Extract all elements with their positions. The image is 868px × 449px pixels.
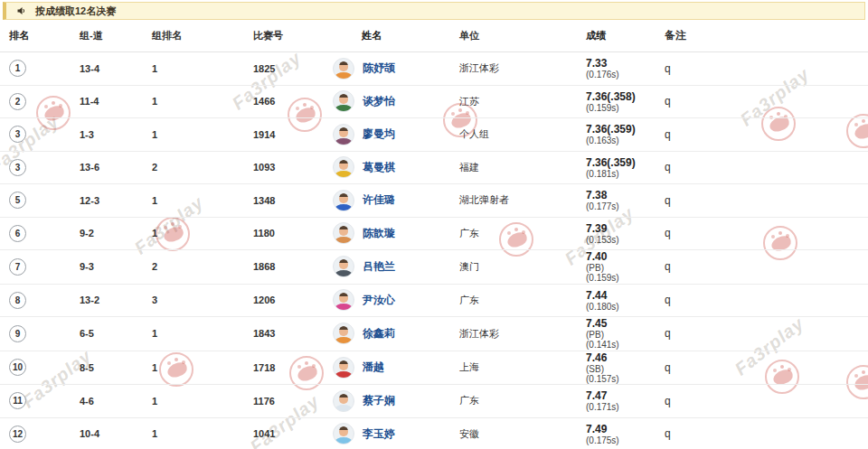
table-row: 12 10-4 1 1041 李玉婷 安徽 7.49 (0.175s) q <box>0 418 868 449</box>
rank-badge: 1 <box>9 60 26 77</box>
athlete-avatar <box>333 190 354 211</box>
avatar-shirt <box>335 138 353 145</box>
athlete-avatar <box>333 124 354 145</box>
result-cell: 7.38 (0.177s) <box>581 189 660 211</box>
result-time: 7.36(.359) <box>586 156 660 169</box>
group-rank: 1 <box>143 328 244 339</box>
athlete-name-link[interactable]: 徐鑫莉 <box>363 326 395 341</box>
group-rank: 1 <box>143 63 244 74</box>
reaction-time: (0.177s) <box>586 201 660 211</box>
avatar-head <box>339 394 348 404</box>
table-row: 5 12-3 1 1348 许佳璐 湖北弹射者 7.38 (0.177s) q <box>0 184 868 218</box>
speaker-icon <box>16 5 27 16</box>
reaction-time: (0.141s) <box>586 340 660 350</box>
athlete-name-link[interactable]: 谈梦怡 <box>363 94 395 109</box>
unit: 个人组 <box>455 127 581 141</box>
result-tag: (PB) <box>586 330 660 340</box>
group-rank: 1 <box>143 228 244 239</box>
reaction-time: (0.175s) <box>586 435 660 445</box>
avatar-shirt <box>335 371 353 379</box>
reaction-time: (0.171s) <box>586 402 660 412</box>
rank-badge: 10 <box>9 359 26 376</box>
result-time: 7.49 <box>586 423 660 435</box>
athlete-name-link[interactable]: 吕艳兰 <box>363 259 395 275</box>
athlete-name-link[interactable]: 潘越 <box>363 360 384 375</box>
result-cell: 7.40 (PB) (0.159s) <box>581 250 660 284</box>
result-tag: (SB) <box>586 364 660 374</box>
athlete-avatar <box>333 423 354 444</box>
avatar-shirt <box>335 270 353 277</box>
rank-badge: 7 <box>9 258 26 276</box>
result-time: 7.40 <box>586 250 660 263</box>
avatar-shirt <box>335 304 353 311</box>
athlete-avatar <box>333 156 354 178</box>
athlete-avatar <box>333 289 354 311</box>
table-row: 3 13-6 2 1093 葛曼棋 福建 7.36(.359) (0.181s)… <box>0 152 868 185</box>
athlete-avatar <box>333 90 354 112</box>
group-rank: 1 <box>143 96 244 107</box>
avatar-head <box>339 61 348 71</box>
athlete-name-link[interactable]: 廖曼均 <box>363 126 395 142</box>
rank-badge: 5 <box>9 192 26 209</box>
athlete-name-link[interactable]: 尹汝心 <box>363 293 395 308</box>
qualification-note: q <box>660 95 868 108</box>
unit: 安徽 <box>455 427 581 441</box>
avatar-head <box>339 94 348 104</box>
group-rank: 1 <box>143 195 244 206</box>
header-group-lane: 组-道 <box>71 29 143 42</box>
group-rank: 2 <box>143 162 244 173</box>
result-time: 7.47 <box>586 389 660 402</box>
results-page: Fa3rplay Fa3rplay Fa3rplay Fa3rplay Fa3r… <box>0 0 868 449</box>
table-row: 6 9-2 1 1180 陈歆璇 广东 7.39 (0.153s) q <box>0 218 868 251</box>
result-time: 7.39 <box>586 222 660 235</box>
group-lane: 6-5 <box>71 328 143 339</box>
group-rank: 1 <box>143 129 244 140</box>
unit: 上海 <box>455 360 581 374</box>
bib-number: 1868 <box>244 261 326 272</box>
bib-number: 1041 <box>244 428 326 439</box>
unit: 福建 <box>455 161 581 174</box>
avatar-head <box>339 193 348 203</box>
table-row: 3 1-3 1 1914 廖曼均 个人组 7.36(.359) (0.163s)… <box>0 118 868 152</box>
bib-number: 1206 <box>244 295 326 305</box>
rank-badge: 3 <box>9 126 26 143</box>
group-lane: 4-6 <box>71 396 143 407</box>
athlete-name-link[interactable]: 许佳璐 <box>363 192 395 208</box>
qualification-note: q <box>660 294 868 306</box>
athlete-name-link[interactable]: 陈歆璇 <box>363 226 395 241</box>
bib-number: 1718 <box>244 362 326 373</box>
unit: 广东 <box>455 294 581 307</box>
group-lane: 10-4 <box>71 428 143 439</box>
bib-number: 1176 <box>244 396 326 407</box>
result-cell: 7.39 (0.153s) <box>581 222 660 245</box>
group-lane: 11-4 <box>71 96 143 107</box>
notice-bar: 按成绩取12名决赛 <box>3 2 865 20</box>
athlete-name-link[interactable]: 葛曼棋 <box>363 160 395 175</box>
athlete-name-link[interactable]: 李玉婷 <box>363 426 395 442</box>
result-cell: 7.49 (0.175s) <box>581 423 660 445</box>
qualification-note: q <box>660 395 868 407</box>
athlete-name-link[interactable]: 蔡子娴 <box>363 393 395 408</box>
avatar-head <box>339 293 348 303</box>
reaction-time: (0.157s) <box>586 374 660 384</box>
avatar-shirt <box>335 105 353 112</box>
reaction-time: (0.181s) <box>586 169 660 179</box>
athlete-avatar <box>333 58 354 80</box>
avatar-head <box>339 426 348 436</box>
result-time: 7.44 <box>586 289 660 302</box>
result-time: 7.36(.358) <box>586 90 660 103</box>
athlete-avatar <box>333 222 354 244</box>
table-row: 10 8-5 1 1718 潘越 上海 7.46 (SB) (0.157s) q <box>0 351 868 386</box>
athlete-name-link[interactable]: 陈妤颉 <box>363 61 395 76</box>
group-lane: 1-3 <box>71 129 143 140</box>
avatar-head <box>339 259 348 269</box>
rank-badge: 12 <box>9 426 26 443</box>
reaction-time: (0.159s) <box>586 103 660 113</box>
bib-number: 1843 <box>244 328 326 339</box>
result-cell: 7.46 (SB) (0.157s) <box>581 351 660 385</box>
reaction-time: (0.163s) <box>586 136 660 145</box>
athlete-avatar <box>333 323 354 344</box>
avatar-head <box>339 127 348 137</box>
header-result: 成绩 <box>581 29 660 42</box>
result-time: 7.38 <box>586 189 660 201</box>
